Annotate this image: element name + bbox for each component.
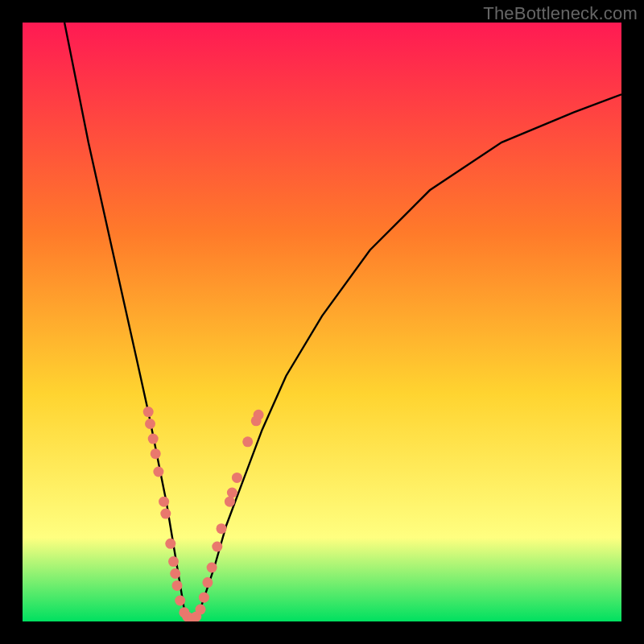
sample-dot xyxy=(148,434,159,444)
sample-dot xyxy=(168,556,179,567)
sample-dot xyxy=(227,488,237,498)
sample-dot xyxy=(175,596,185,606)
sample-dot xyxy=(172,580,183,591)
sample-dot xyxy=(153,467,163,477)
sample-dot xyxy=(207,563,217,573)
sample-dot xyxy=(199,592,209,603)
sample-dot xyxy=(202,577,213,588)
sample-dot xyxy=(217,523,227,534)
sample-dot xyxy=(143,407,154,417)
bottleneck-curve-chart xyxy=(23,23,621,621)
sample-dot xyxy=(145,419,155,429)
sample-dot xyxy=(225,497,235,507)
sample-dot xyxy=(165,539,175,549)
sample-dot xyxy=(242,436,253,447)
sample-dot xyxy=(212,542,222,552)
gradient-background xyxy=(23,23,621,621)
sample-dot xyxy=(159,497,169,507)
sample-dot xyxy=(232,473,242,483)
sample-dot xyxy=(170,568,180,579)
sample-dot xyxy=(151,448,161,459)
watermark-text: TheBottleneck.com xyxy=(483,3,638,24)
sample-dot xyxy=(160,509,171,519)
sample-dot xyxy=(254,410,264,420)
chart-area xyxy=(23,23,621,621)
sample-dot xyxy=(196,605,206,615)
